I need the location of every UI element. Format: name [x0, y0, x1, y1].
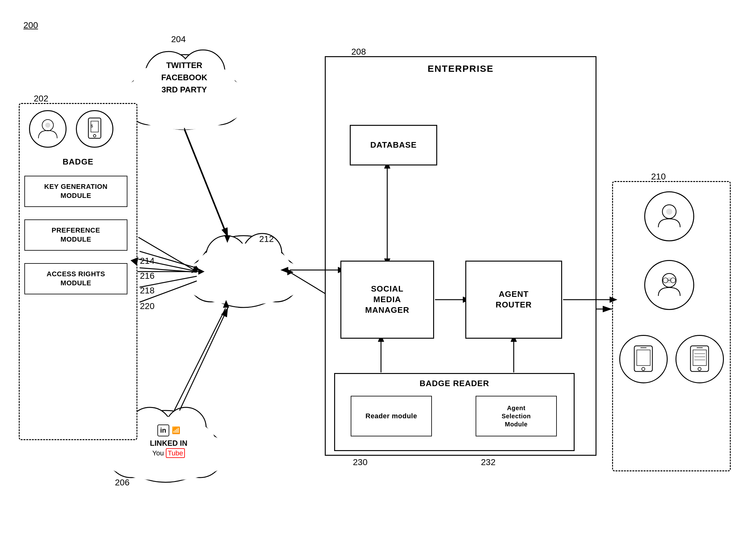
- svg-point-15: [188, 257, 233, 302]
- svg-point-3: [145, 52, 192, 98]
- svg-marker-76: [224, 235, 230, 243]
- cloud-206-text: in 📶 LINKED IN You Tube: [131, 425, 206, 458]
- svg-point-39: [93, 134, 96, 137]
- svg-point-50: [642, 368, 645, 371]
- ref-210: 210: [651, 172, 666, 182]
- svg-point-6: [133, 59, 236, 112]
- reader-module-box: Reader module: [351, 396, 432, 436]
- avatar-agent-phone-2: [676, 335, 724, 383]
- svg-point-16: [254, 257, 299, 302]
- svg-point-19: [181, 254, 306, 305]
- diagram-container: 200 204 TWITTERFACEBOOK3RD PARTY 206 in …: [0, 0, 742, 560]
- svg-point-14: [198, 236, 289, 307]
- preference-module-box: PREFERENCEMODULE: [24, 219, 127, 250]
- enterprise-label: ENTERPRISE: [326, 57, 595, 74]
- svg-point-20: [197, 243, 290, 290]
- agent-router-box: AGENTROUTER: [465, 261, 562, 339]
- svg-marker-71: [280, 267, 288, 273]
- ref-214: 214: [140, 256, 155, 266]
- badge-outer-box: $ BADGE KEY GENERATIONMODULE PREFERENCEM…: [19, 103, 138, 440]
- svg-point-5: [119, 70, 250, 129]
- agent-selection-module-box: AgentSelectionModule: [476, 396, 557, 436]
- ref-212: 212: [259, 234, 274, 244]
- svg-marker-26: [287, 269, 294, 275]
- svg-marker-80: [192, 266, 199, 273]
- svg-line-75: [184, 129, 227, 236]
- svg-point-17: [206, 236, 247, 276]
- svg-line-77: [174, 309, 225, 410]
- cloud-204-text: TWITTERFACEBOOK3RD PARTY: [141, 59, 228, 96]
- ref-200: 200: [23, 20, 38, 30]
- access-rights-module-box: ACCESS RIGHTSMODULE: [24, 263, 127, 294]
- agents-outer-box: [612, 181, 731, 471]
- svg-text:$: $: [91, 124, 93, 128]
- svg-line-21: [184, 128, 228, 237]
- ref-230: 230: [353, 457, 368, 467]
- svg-point-4: [181, 50, 225, 94]
- social-media-manager-box: SOCIALMEDIAMANAGER: [340, 261, 434, 339]
- svg-point-0: [136, 55, 233, 129]
- svg-line-28: [179, 307, 228, 410]
- avatar-agent-phone-1: [619, 335, 668, 383]
- svg-point-42: [666, 209, 672, 215]
- avatar-agent-1: [644, 191, 694, 241]
- ref-204: 204: [171, 34, 186, 44]
- svg-point-54: [698, 368, 701, 371]
- svg-rect-49: [637, 350, 650, 366]
- database-box: DATABASE: [350, 125, 437, 165]
- avatar-agent-2: [644, 260, 694, 310]
- cloud-212: [181, 233, 306, 307]
- ref-220: 220: [140, 301, 155, 311]
- avatar-person-1: [29, 110, 66, 148]
- avatar-phone-1: $: [76, 110, 113, 148]
- svg-point-36: [45, 123, 50, 128]
- svg-rect-53: [693, 350, 706, 366]
- badge-reader-label: BADGE READER: [335, 374, 574, 388]
- svg-point-9: [176, 431, 223, 478]
- svg-point-2: [194, 75, 244, 125]
- ref-216: 216: [140, 271, 155, 281]
- svg-point-11: [165, 407, 206, 448]
- ref-206: 206: [115, 478, 129, 488]
- ref-232: 232: [481, 457, 495, 467]
- svg-marker-74: [192, 266, 199, 273]
- cloud-204: [119, 50, 250, 129]
- svg-marker-78: [223, 300, 229, 308]
- svg-line-73: [138, 237, 197, 272]
- badge-reader-box: BADGE READER Reader module AgentSelectio…: [334, 373, 575, 451]
- ref-208: 208: [351, 47, 366, 57]
- svg-marker-23: [198, 269, 205, 275]
- ref-218: 218: [140, 286, 155, 296]
- ref-202: 202: [34, 94, 48, 104]
- key-generation-module-box: KEY GENERATIONMODULE: [24, 176, 127, 207]
